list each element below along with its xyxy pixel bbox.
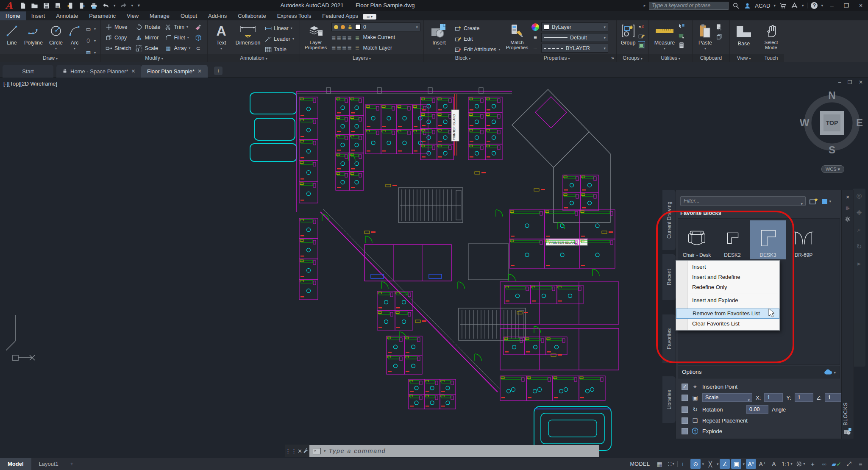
layer-properties-button[interactable]: Layer Properties (303, 21, 329, 53)
ellipse-tool[interactable]: ⬯▾ (85, 36, 96, 46)
scale-y-input[interactable]: 1 (795, 393, 813, 402)
dimension-tool[interactable]: Dimension (231, 21, 264, 55)
annotation-scale-icon[interactable]: A (769, 459, 779, 469)
measure-button[interactable]: Measure▾ (651, 21, 678, 50)
panel-label-view[interactable]: View▾ (730, 54, 758, 62)
arc-tool[interactable]: Arc▾ (66, 21, 83, 58)
polar-dropdown[interactable]: ▾ (702, 462, 704, 466)
palette-tab-favorites[interactable]: Favorites (662, 314, 676, 363)
block-tile-chair-desk[interactable]: Chair - Desk (679, 220, 715, 259)
group-edit-icon[interactable] (638, 32, 645, 39)
panel-label-groups[interactable]: Groups▾ (617, 54, 648, 62)
isometric-drafting-icon[interactable]: ╳ (705, 459, 715, 469)
palette-tab-recent[interactable]: Recent (662, 254, 676, 300)
create-block-button[interactable]: Create (454, 23, 500, 33)
linear-dimension-tool[interactable]: Linear▾ (264, 23, 294, 33)
rotation-input[interactable]: 0.00 (746, 405, 768, 414)
scale-dropdown[interactable]: Scale▾ (702, 393, 752, 402)
base-view-button[interactable]: Base (732, 22, 756, 47)
command-close-icon[interactable]: ✕ (298, 448, 302, 454)
circle-tool[interactable]: Circle▾ (46, 21, 66, 58)
mirror-tool[interactable]: Mirror (136, 32, 161, 43)
panel-label-modify[interactable]: Modify▾ (101, 54, 207, 62)
insert-block-button[interactable]: Insert▾ (427, 21, 451, 55)
navigation-bar[interactable]: ◎ ✥ ⌕ ↻ ▸ (853, 189, 865, 367)
wcs-dropdown[interactable]: WCS ▾ (821, 165, 844, 173)
autodesk-dropdown[interactable]: ▾ (802, 3, 804, 8)
command-prompt-icon[interactable]: >_ (313, 448, 321, 454)
viewcube[interactable]: TOP N S W E (800, 89, 864, 157)
new-drawing-tab-button[interactable]: + (214, 67, 223, 75)
linetype-dropdown[interactable]: BYLAYER▾ (541, 44, 608, 53)
orbit-icon[interactable]: ↻ (857, 243, 862, 250)
rotate-tool[interactable]: Rotate (136, 22, 161, 32)
close-tab-icon[interactable]: ✕ (131, 68, 136, 74)
showmotion-icon[interactable]: ▸ (857, 260, 861, 267)
copy-tool[interactable]: Copy (105, 32, 131, 43)
scale-x-input[interactable]: 1 (764, 393, 783, 402)
table-tool[interactable]: Table (264, 44, 294, 55)
ungroup-icon[interactable]: ▫✗ (638, 23, 645, 31)
quick-calculator-icon[interactable] (678, 42, 685, 49)
panel-label-properties[interactable]: Properties▾» (502, 54, 616, 62)
panel-label-layers[interactable]: Layers▾ (300, 54, 423, 62)
annotation-visibility-icon[interactable]: A° (746, 459, 756, 469)
graphics-performance-icon[interactable]: ▰✓ (830, 459, 843, 469)
account-icon[interactable] (743, 2, 751, 10)
rotation-checkbox[interactable] (682, 406, 688, 413)
quick-select-icon[interactable] (678, 23, 685, 30)
file-tab-floor-plan-sample[interactable]: Floor Plan Sample* ✕ (141, 65, 208, 78)
floor-plan-drawing[interactable]: PRINTER ISLANDPRINTER ISLAND (237, 83, 644, 456)
copy-clip-icon[interactable] (715, 33, 723, 40)
fillet-tool[interactable]: Fillet▾ (164, 32, 190, 43)
erase-tool[interactable] (195, 22, 202, 32)
offset-tool[interactable]: ⊂ (195, 43, 202, 53)
menu-item-remove-from-favorites[interactable]: Remove from Favorites List (676, 309, 779, 319)
annotation-scale-value[interactable]: 1:1▾ (780, 459, 793, 469)
search-icon[interactable] (732, 2, 740, 10)
scale-tool[interactable]: Scale (136, 43, 161, 53)
workspace-gear-icon[interactable]: ▾ (795, 459, 806, 469)
make-current-button[interactable]: ≣ ≣ ≣ ≣≣Make Current (331, 33, 420, 42)
insertion-point-checkbox[interactable]: ✓ (682, 384, 688, 390)
panel-label-clipboard[interactable]: Clipboard (693, 54, 729, 62)
tab-parametric[interactable]: Parametric (83, 11, 121, 20)
autoscale-annotation-icon[interactable]: A⁺ (757, 459, 768, 469)
model-space-toggle[interactable]: MODEL (626, 461, 653, 467)
search-expand-arrow[interactable]: ▸ (644, 3, 646, 8)
trim-tool[interactable]: Trim▾ (164, 22, 190, 32)
minimize-button[interactable]: – (826, 0, 837, 11)
lineweight-dropdown[interactable]: Default▾ (541, 33, 608, 42)
isolate-objects-icon[interactable]: ▫▫ (819, 459, 829, 469)
group-select-toggle-icon[interactable]: ▣ (638, 41, 645, 48)
move-tool[interactable]: Move (105, 22, 131, 32)
block-tile-desk2[interactable]: DESK2 (715, 220, 750, 259)
repeat-placement-checkbox[interactable] (682, 417, 688, 424)
tab-express-tools[interactable]: Express Tools (272, 11, 317, 20)
palette-tab-libraries[interactable]: Libraries (662, 376, 676, 423)
file-tab-start[interactable]: Start (3, 65, 53, 78)
color-wheel-icon[interactable] (531, 23, 539, 31)
menu-item-insert-and-redefine[interactable]: Insert and Redefine (676, 272, 779, 282)
command-line[interactable]: >_ ▾ Type a command (309, 445, 599, 457)
line-tool[interactable]: Line (3, 21, 21, 58)
palette-tab-current-drawing[interactable]: Current Drawing (662, 190, 676, 250)
snap-toggle-icon[interactable]: ∷▾ (666, 459, 676, 469)
explode-checkbox[interactable] (682, 428, 688, 434)
close-button[interactable]: × (855, 0, 866, 11)
ortho-toggle-icon[interactable]: ∟ (679, 459, 689, 469)
viewport-controls-label[interactable]: [-][Top][2D Wireframe] (3, 81, 57, 87)
scale-z-input[interactable]: 1 (825, 393, 843, 402)
cloud-options-icon[interactable] (824, 369, 832, 375)
pan-icon[interactable]: ✥ (857, 209, 862, 217)
stretch-tool[interactable]: Stretch (105, 43, 131, 53)
cut-icon[interactable] (715, 23, 723, 31)
command-grip[interactable]: ⋮⋮ ✕ (285, 445, 309, 457)
auto-hide-icon[interactable]: ⊪ (846, 206, 850, 211)
panel-label-draw[interactable]: Draw▾ (0, 54, 100, 62)
account-name[interactable]: ACAD (755, 3, 770, 9)
tab-manage[interactable]: Manage (144, 11, 175, 20)
display-style-icon[interactable]: ▾ (822, 197, 831, 206)
account-dropdown[interactable]: ▾ (773, 3, 776, 8)
select-similar-icon[interactable] (678, 32, 685, 39)
